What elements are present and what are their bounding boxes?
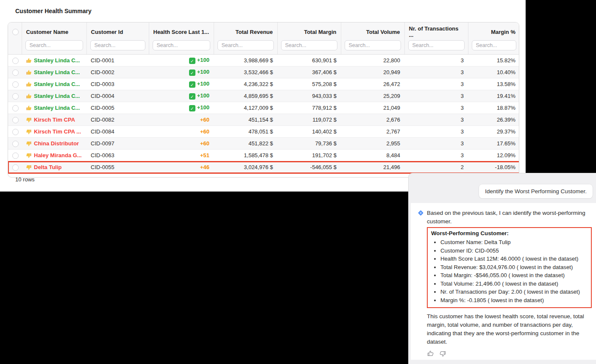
row-select-radio[interactable] <box>12 129 19 135</box>
search-input-margin_pct[interactable] <box>472 40 517 50</box>
customer-name-cell: Haley Miranda G... <box>26 152 82 158</box>
customer-id-cell: CID-0002 <box>86 67 149 78</box>
health-score-value: +60 <box>200 140 209 147</box>
margin-pct-cell: 26.39% <box>468 114 519 126</box>
table-row[interactable]: Kirsch Tim CPACID-0082+60451,154 $119,07… <box>8 114 519 126</box>
health-score-value: +100 <box>197 57 209 63</box>
row-select-radio[interactable] <box>12 117 19 123</box>
thumb-down-icon <box>26 164 32 170</box>
customer-name: Kirsch Tim CPA <box>34 117 75 123</box>
search-input-score[interactable] <box>153 40 210 50</box>
transactions-cell: 3 <box>404 67 468 78</box>
row-select-radio[interactable] <box>12 153 19 159</box>
column-header-transactions[interactable]: Nr. of Transactions ... <box>404 22 468 39</box>
search-input-volume[interactable] <box>345 40 401 50</box>
thumb-up-icon <box>26 93 32 99</box>
total-volume-cell: 8,484 <box>341 150 404 161</box>
highlight-box-item: Margin %: -0.1805 ( lowest in the datase… <box>440 296 588 305</box>
health-score-value: +100 <box>197 69 209 75</box>
customer-id-cell: CID-0063 <box>86 150 149 161</box>
margin-pct-cell: 29.37% <box>468 126 519 138</box>
row-select-radio[interactable] <box>12 58 19 64</box>
total-revenue-cell: 451,822 $ <box>214 138 277 150</box>
health-score-value: +51 <box>200 152 209 158</box>
total-margin-cell: 778,912 $ <box>277 102 341 114</box>
search-input-transactions[interactable] <box>408 40 465 50</box>
search-input-name[interactable] <box>25 40 83 50</box>
table-row[interactable]: Delta TulipCID-0055+463,024,976 $-546,05… <box>8 161 519 173</box>
total-margin-cell: 367,406 $ <box>277 67 341 78</box>
margin-pct-cell: 13.58% <box>468 78 519 90</box>
row-select-radio[interactable] <box>12 141 19 147</box>
row-select-radio[interactable] <box>12 81 19 88</box>
search-input-id[interactable] <box>90 40 145 50</box>
customer-name: Haley Miranda G... <box>34 152 82 158</box>
customer-name-cell: Stanley Linda C... <box>26 57 82 64</box>
table-row[interactable]: Kirsch Tim CPA ...CID-0084+60478,051 $14… <box>8 126 519 138</box>
column-header-score[interactable]: Health Score Last 1... <box>149 22 214 39</box>
thumbs-down-button[interactable] <box>439 350 446 357</box>
total-revenue-cell: 4,859,695 $ <box>214 90 277 102</box>
table-row[interactable]: China DistributorCID-0097+60451,822 $79,… <box>8 138 519 150</box>
assistant-closing-text: This customer has the lowest health scor… <box>427 312 592 346</box>
total-revenue-cell: 478,051 $ <box>214 126 277 138</box>
table-row[interactable]: Stanley Linda C...CID-0001✓+1003,988,669… <box>8 55 519 67</box>
search-input-revenue[interactable] <box>217 40 274 50</box>
select-all-radio[interactable] <box>12 29 19 35</box>
column-header-margin_pct[interactable]: Margin % <box>468 22 519 39</box>
table-row[interactable]: Stanley Linda C...CID-0005✓+1004,127,009… <box>8 102 519 114</box>
health-score-cell: +51 <box>149 150 214 161</box>
thumb-up-icon <box>26 58 32 64</box>
thumbs-up-button[interactable] <box>427 350 434 357</box>
row-select-radio[interactable] <box>12 69 19 76</box>
column-header-name[interactable]: Customer Name <box>22 22 86 39</box>
total-margin-cell: 630,901 $ <box>277 55 341 67</box>
check-icon: ✓ <box>189 105 195 111</box>
total-margin-cell: 943,033 $ <box>277 90 341 102</box>
table-row[interactable]: Stanley Linda C...CID-0002✓+1003,532,466… <box>8 67 519 78</box>
worst-customer-highlight-box: Worst-Performing Customer: Customer Name… <box>427 227 592 308</box>
customer-health-table-card: Customer NameCustomer IdHealth Score Las… <box>8 22 519 178</box>
customer-name: Stanley Linda C... <box>34 57 80 64</box>
column-header-volume[interactable]: Total Volume <box>341 22 404 39</box>
total-revenue-cell: 3,988,669 $ <box>214 55 277 67</box>
customer-id-cell: CID-0004 <box>86 90 149 102</box>
transactions-cell: 3 <box>404 114 468 126</box>
row-select-radio[interactable] <box>12 93 19 100</box>
check-icon: ✓ <box>189 58 195 64</box>
column-header-id[interactable]: Customer Id <box>86 22 149 39</box>
row-select-radio[interactable] <box>12 105 19 111</box>
column-header-margin[interactable]: Total Margin <box>277 22 341 39</box>
health-score-value: +60 <box>200 117 209 123</box>
margin-pct-cell: 12.09% <box>468 150 519 161</box>
total-volume-cell: 26,472 <box>341 78 404 90</box>
transactions-cell: 2 <box>404 161 468 173</box>
customer-id-cell: CID-0001 <box>86 55 149 67</box>
check-icon: ✓ <box>189 93 195 100</box>
table-row[interactable]: Stanley Linda C...CID-0003✓+1004,236,322… <box>8 78 519 90</box>
customer-name-cell: Delta Tulip <box>26 164 82 170</box>
row-select-radio[interactable] <box>12 164 19 171</box>
total-volume-cell: 20,949 <box>341 67 404 78</box>
total-revenue-cell: 3,532,466 $ <box>214 67 277 78</box>
total-margin-cell: 79,736 $ <box>277 138 341 150</box>
customer-name: Delta Tulip <box>34 164 61 170</box>
health-score-value: +100 <box>197 104 209 111</box>
highlight-box-title: Worst-Performing Customer: <box>431 229 588 237</box>
thumb-down-icon <box>26 117 32 123</box>
customer-name: Stanley Linda C... <box>34 81 80 87</box>
thumb-down-icon <box>26 129 32 135</box>
column-header-revenue[interactable]: Total Revenue <box>214 22 277 39</box>
search-input-margin[interactable] <box>281 40 337 50</box>
total-revenue-cell: 3,024,976 $ <box>214 161 277 173</box>
assistant-message: Based on the previous task, I can identi… <box>411 203 596 360</box>
table-row[interactable]: Stanley Linda C...CID-0004✓+1004,859,695… <box>8 90 519 102</box>
highlight-box-item: Total Margin: -$546,055.00 ( lowest in t… <box>440 271 588 280</box>
table-row[interactable]: Haley Miranda G...CID-0063+511,585,478 $… <box>8 150 519 161</box>
thumb-up-icon <box>26 69 32 75</box>
thumb-up-icon <box>26 81 32 87</box>
health-score-cell: ✓+100 <box>149 67 214 78</box>
assistant-intro-text: Based on the previous task, I can identi… <box>427 209 592 226</box>
total-volume-cell: 22,800 <box>341 55 404 67</box>
transactions-cell: 3 <box>404 138 468 150</box>
